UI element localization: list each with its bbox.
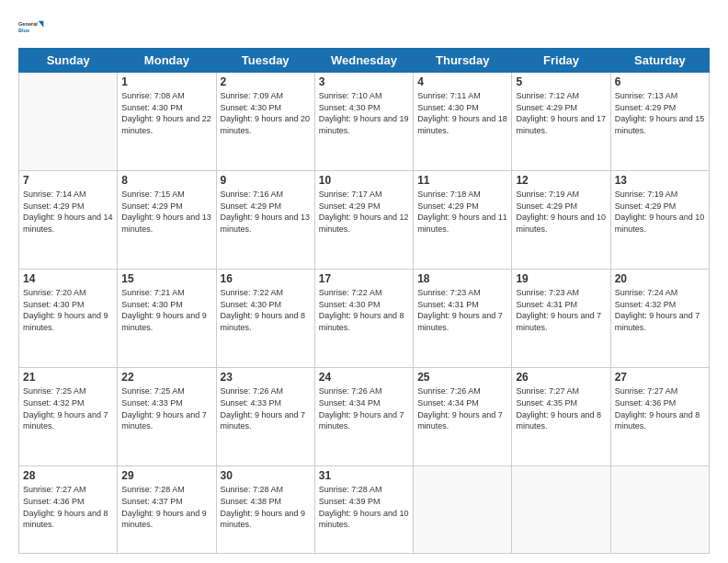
day-number: 30 bbox=[221, 469, 311, 482]
day-info: Sunrise: 7:23 AMSunset: 4:31 PMDaylight:… bbox=[516, 287, 606, 333]
calendar-cell: 26Sunrise: 7:27 AMSunset: 4:35 PMDayligh… bbox=[512, 368, 610, 466]
day-number: 4 bbox=[417, 75, 507, 88]
day-info: Sunrise: 7:19 AMSunset: 4:29 PMDaylight:… bbox=[615, 189, 705, 235]
calendar-cell: 22Sunrise: 7:25 AMSunset: 4:33 PMDayligh… bbox=[118, 368, 216, 466]
calendar-cell: 17Sunrise: 7:22 AMSunset: 4:30 PMDayligh… bbox=[314, 270, 413, 368]
day-number: 24 bbox=[319, 371, 409, 384]
calendar-cell: 31Sunrise: 7:28 AMSunset: 4:39 PMDayligh… bbox=[314, 466, 413, 554]
calendar-table: SundayMondayTuesdayWednesdayThursdayFrid… bbox=[18, 48, 710, 554]
day-number: 3 bbox=[319, 75, 409, 88]
day-number: 2 bbox=[221, 75, 311, 88]
calendar-cell: 11Sunrise: 7:18 AMSunset: 4:29 PMDayligh… bbox=[414, 171, 512, 270]
calendar-cell: 20Sunrise: 7:24 AMSunset: 4:32 PMDayligh… bbox=[610, 270, 709, 368]
day-number: 16 bbox=[221, 272, 311, 285]
day-number: 11 bbox=[417, 174, 507, 187]
svg-marker-2 bbox=[39, 21, 44, 28]
calendar-cell: 24Sunrise: 7:26 AMSunset: 4:34 PMDayligh… bbox=[314, 368, 413, 466]
day-info: Sunrise: 7:28 AMSunset: 4:37 PMDaylight:… bbox=[121, 484, 211, 530]
day-number: 19 bbox=[516, 272, 606, 285]
day-info: Sunrise: 7:25 AMSunset: 4:33 PMDaylight:… bbox=[121, 385, 211, 431]
calendar-cell: 4Sunrise: 7:11 AMSunset: 4:30 PMDaylight… bbox=[414, 73, 512, 171]
day-number: 6 bbox=[615, 75, 705, 88]
day-info: Sunrise: 7:20 AMSunset: 4:30 PMDaylight:… bbox=[23, 287, 113, 333]
day-info: Sunrise: 7:08 AMSunset: 4:30 PMDaylight:… bbox=[121, 90, 211, 136]
header-tuesday: Tuesday bbox=[216, 49, 314, 73]
day-info: Sunrise: 7:27 AMSunset: 4:36 PMDaylight:… bbox=[615, 385, 705, 431]
week-row-1: 7Sunrise: 7:14 AMSunset: 4:29 PMDaylight… bbox=[19, 171, 710, 270]
day-number: 17 bbox=[319, 272, 409, 285]
svg-text:Blue: Blue bbox=[18, 28, 29, 33]
logo: GeneralBlue bbox=[18, 15, 44, 40]
header: GeneralBlue bbox=[18, 15, 710, 40]
calendar-cell bbox=[19, 73, 118, 171]
day-info: Sunrise: 7:27 AMSunset: 4:35 PMDaylight:… bbox=[516, 385, 606, 431]
logo-icon: GeneralBlue bbox=[18, 15, 44, 40]
page: GeneralBlue SundayMondayTuesdayWednesday… bbox=[0, 0, 728, 563]
day-info: Sunrise: 7:18 AMSunset: 4:29 PMDaylight:… bbox=[417, 189, 507, 235]
day-number: 27 bbox=[615, 371, 705, 384]
day-info: Sunrise: 7:21 AMSunset: 4:30 PMDaylight:… bbox=[121, 287, 211, 333]
day-info: Sunrise: 7:12 AMSunset: 4:29 PMDaylight:… bbox=[516, 90, 606, 136]
day-info: Sunrise: 7:15 AMSunset: 4:29 PMDaylight:… bbox=[121, 189, 211, 235]
day-number: 23 bbox=[221, 371, 311, 384]
calendar-cell: 18Sunrise: 7:23 AMSunset: 4:31 PMDayligh… bbox=[414, 270, 512, 368]
calendar-cell: 25Sunrise: 7:26 AMSunset: 4:34 PMDayligh… bbox=[414, 368, 512, 466]
day-info: Sunrise: 7:24 AMSunset: 4:32 PMDaylight:… bbox=[615, 287, 705, 333]
calendar-cell: 6Sunrise: 7:13 AMSunset: 4:29 PMDaylight… bbox=[610, 73, 709, 171]
calendar-cell: 21Sunrise: 7:25 AMSunset: 4:32 PMDayligh… bbox=[19, 368, 118, 466]
day-number: 5 bbox=[516, 75, 606, 88]
day-number: 12 bbox=[516, 174, 606, 187]
calendar-cell: 29Sunrise: 7:28 AMSunset: 4:37 PMDayligh… bbox=[118, 466, 216, 554]
day-info: Sunrise: 7:26 AMSunset: 4:34 PMDaylight:… bbox=[417, 385, 507, 431]
calendar-cell: 19Sunrise: 7:23 AMSunset: 4:31 PMDayligh… bbox=[512, 270, 610, 368]
header-saturday: Saturday bbox=[610, 49, 709, 73]
day-number: 26 bbox=[516, 371, 606, 384]
calendar-cell: 9Sunrise: 7:16 AMSunset: 4:29 PMDaylight… bbox=[216, 171, 314, 270]
calendar-cell: 12Sunrise: 7:19 AMSunset: 4:29 PMDayligh… bbox=[512, 171, 610, 270]
calendar-cell bbox=[610, 466, 709, 554]
day-info: Sunrise: 7:13 AMSunset: 4:29 PMDaylight:… bbox=[615, 90, 705, 136]
calendar-cell: 2Sunrise: 7:09 AMSunset: 4:30 PMDaylight… bbox=[216, 73, 314, 171]
header-thursday: Thursday bbox=[414, 49, 512, 73]
calendar-cell: 8Sunrise: 7:15 AMSunset: 4:29 PMDaylight… bbox=[118, 171, 216, 270]
day-info: Sunrise: 7:17 AMSunset: 4:29 PMDaylight:… bbox=[319, 189, 409, 235]
calendar-cell bbox=[512, 466, 610, 554]
day-info: Sunrise: 7:09 AMSunset: 4:30 PMDaylight:… bbox=[221, 90, 311, 136]
svg-text:General: General bbox=[18, 21, 38, 27]
day-number: 8 bbox=[121, 174, 211, 187]
calendar-cell: 15Sunrise: 7:21 AMSunset: 4:30 PMDayligh… bbox=[118, 270, 216, 368]
day-number: 14 bbox=[23, 272, 113, 285]
day-number: 18 bbox=[417, 272, 507, 285]
day-number: 9 bbox=[221, 174, 311, 187]
calendar-cell: 7Sunrise: 7:14 AMSunset: 4:29 PMDaylight… bbox=[19, 171, 118, 270]
day-info: Sunrise: 7:22 AMSunset: 4:30 PMDaylight:… bbox=[319, 287, 409, 333]
week-row-2: 14Sunrise: 7:20 AMSunset: 4:30 PMDayligh… bbox=[19, 270, 710, 368]
day-info: Sunrise: 7:11 AMSunset: 4:30 PMDaylight:… bbox=[417, 90, 507, 136]
day-info: Sunrise: 7:19 AMSunset: 4:29 PMDaylight:… bbox=[516, 189, 606, 235]
day-number: 21 bbox=[23, 371, 113, 384]
day-number: 25 bbox=[417, 371, 507, 384]
day-number: 1 bbox=[121, 75, 211, 88]
day-info: Sunrise: 7:28 AMSunset: 4:38 PMDaylight:… bbox=[221, 484, 311, 530]
day-number: 10 bbox=[319, 174, 409, 187]
header-sunday: Sunday bbox=[19, 49, 118, 73]
calendar-cell: 3Sunrise: 7:10 AMSunset: 4:30 PMDaylight… bbox=[314, 73, 413, 171]
calendar-cell: 27Sunrise: 7:27 AMSunset: 4:36 PMDayligh… bbox=[610, 368, 709, 466]
day-number: 13 bbox=[615, 174, 705, 187]
day-info: Sunrise: 7:22 AMSunset: 4:30 PMDaylight:… bbox=[221, 287, 311, 333]
day-info: Sunrise: 7:10 AMSunset: 4:30 PMDaylight:… bbox=[319, 90, 409, 136]
day-info: Sunrise: 7:27 AMSunset: 4:36 PMDaylight:… bbox=[23, 484, 113, 530]
calendar-header-row: SundayMondayTuesdayWednesdayThursdayFrid… bbox=[19, 49, 710, 73]
week-row-3: 21Sunrise: 7:25 AMSunset: 4:32 PMDayligh… bbox=[19, 368, 710, 466]
day-number: 7 bbox=[23, 174, 113, 187]
calendar-cell: 10Sunrise: 7:17 AMSunset: 4:29 PMDayligh… bbox=[314, 171, 413, 270]
day-number: 15 bbox=[121, 272, 211, 285]
calendar-cell: 14Sunrise: 7:20 AMSunset: 4:30 PMDayligh… bbox=[19, 270, 118, 368]
day-info: Sunrise: 7:28 AMSunset: 4:39 PMDaylight:… bbox=[319, 484, 409, 530]
calendar-cell: 23Sunrise: 7:26 AMSunset: 4:33 PMDayligh… bbox=[216, 368, 314, 466]
day-info: Sunrise: 7:23 AMSunset: 4:31 PMDaylight:… bbox=[417, 287, 507, 333]
day-number: 22 bbox=[121, 371, 211, 384]
week-row-4: 28Sunrise: 7:27 AMSunset: 4:36 PMDayligh… bbox=[19, 466, 710, 554]
calendar-cell: 5Sunrise: 7:12 AMSunset: 4:29 PMDaylight… bbox=[512, 73, 610, 171]
calendar-cell: 13Sunrise: 7:19 AMSunset: 4:29 PMDayligh… bbox=[610, 171, 709, 270]
